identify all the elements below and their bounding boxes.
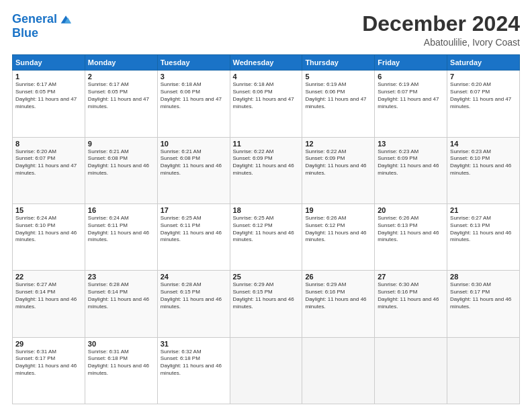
day-info: Sunrise: 6:28 AM Sunset: 6:15 PM Dayligh… <box>161 281 227 310</box>
day-number: 11 <box>233 140 300 148</box>
col-saturday: Saturday <box>447 55 520 71</box>
header: General Blue December 2024 Abatoulilie, … <box>12 12 520 48</box>
day-cell: 10 Sunrise: 6:21 AM Sunset: 6:08 PM Dayl… <box>157 137 230 203</box>
empty-cell <box>302 337 375 404</box>
calendar-table: Sunday Monday Tuesday Wednesday Thursday… <box>12 54 520 404</box>
logo-icon <box>58 12 73 27</box>
day-cell: 12 Sunrise: 6:22 AM Sunset: 6:09 PM Dayl… <box>302 137 375 203</box>
day-info: Sunrise: 6:32 AM Sunset: 6:18 PM Dayligh… <box>161 349 227 377</box>
day-cell: 22 Sunrise: 6:27 AM Sunset: 6:14 PM Dayl… <box>13 271 85 337</box>
day-number: 3 <box>161 73 227 81</box>
day-info: Sunrise: 6:21 AM Sunset: 6:08 PM Dayligh… <box>88 148 154 177</box>
day-cell: 1 Sunrise: 6:17 AMSunset: 6:05 PMDayligh… <box>13 71 85 137</box>
day-cell: 27 Sunrise: 6:30 AM Sunset: 6:16 PM Dayl… <box>375 271 447 337</box>
day-info: Sunrise: 6:31 AM Sunset: 6:18 PM Dayligh… <box>88 349 154 377</box>
day-cell: 3 Sunrise: 6:18 AM Sunset: 6:06 PM Dayli… <box>157 71 230 137</box>
day-cell: 16 Sunrise: 6:24 AM Sunset: 6:11 PM Dayl… <box>85 203 157 270</box>
day-number: 31 <box>161 340 227 348</box>
main-title: December 2024 <box>362 12 520 36</box>
day-info: Sunrise: 6:21 AM Sunset: 6:08 PM Dayligh… <box>161 148 227 177</box>
day-cell: 5 Sunrise: 6:19 AM Sunset: 6:06 PM Dayli… <box>302 71 375 137</box>
day-number: 13 <box>378 140 444 148</box>
day-number: 10 <box>161 140 227 148</box>
day-cell: 6 Sunrise: 6:19 AM Sunset: 6:07 PM Dayli… <box>375 71 447 137</box>
day-number: 4 <box>233 73 300 81</box>
day-number: 7 <box>450 73 517 81</box>
empty-cell <box>447 337 520 404</box>
day-number: 26 <box>305 273 371 281</box>
day-info: Sunrise: 6:24 AM Sunset: 6:11 PM Dayligh… <box>88 215 154 244</box>
day-info: Sunrise: 6:19 AM Sunset: 6:07 PM Dayligh… <box>378 81 444 110</box>
day-cell: 19 Sunrise: 6:26 AM Sunset: 6:12 PM Dayl… <box>302 203 375 270</box>
logo-text: General <box>12 13 57 26</box>
day-cell: 21 Sunrise: 6:27 AM Sunset: 6:13 PM Dayl… <box>447 203 520 270</box>
empty-cell <box>230 337 302 404</box>
logo: General Blue <box>12 12 73 40</box>
calendar-header-row: Sunday Monday Tuesday Wednesday Thursday… <box>13 55 520 71</box>
day-cell: 17 Sunrise: 6:25 AM Sunset: 6:11 PM Dayl… <box>157 203 230 270</box>
day-info: Sunrise: 6:24 AM Sunset: 6:10 PM Dayligh… <box>15 215 82 244</box>
day-number: 22 <box>15 273 82 281</box>
day-number: 27 <box>378 273 444 281</box>
day-number: 9 <box>88 140 154 148</box>
day-cell: 18 Sunrise: 6:25 AM Sunset: 6:12 PM Dayl… <box>230 203 302 270</box>
day-info: Sunrise: 6:18 AM Sunset: 6:06 PM Dayligh… <box>233 81 300 110</box>
col-sunday: Sunday <box>13 55 85 71</box>
day-number: 6 <box>378 73 444 81</box>
calendar-row: 8 Sunrise: 6:20 AM Sunset: 6:07 PM Dayli… <box>13 137 520 203</box>
calendar-row: 29 Sunrise: 6:31 AM Sunset: 6:17 PM Dayl… <box>13 337 520 404</box>
day-cell: 29 Sunrise: 6:31 AM Sunset: 6:17 PM Dayl… <box>13 337 85 404</box>
day-info: Sunrise: 6:31 AM Sunset: 6:17 PM Dayligh… <box>15 349 82 377</box>
day-info: Sunrise: 6:22 AM Sunset: 6:09 PM Dayligh… <box>233 148 300 177</box>
logo-text2: Blue <box>12 27 73 40</box>
day-cell: 25 Sunrise: 6:29 AM Sunset: 6:15 PM Dayl… <box>230 271 302 337</box>
day-number: 20 <box>378 206 444 214</box>
day-number: 28 <box>450 273 517 281</box>
day-info: Sunrise: 6:23 AM Sunset: 6:09 PM Dayligh… <box>378 148 444 177</box>
day-info: Sunrise: 6:20 AM Sunset: 6:07 PM Dayligh… <box>15 148 82 177</box>
day-number: 29 <box>15 340 82 348</box>
calendar-row: 1 Sunrise: 6:17 AMSunset: 6:05 PMDayligh… <box>13 71 520 137</box>
calendar-row: 15 Sunrise: 6:24 AM Sunset: 6:10 PM Dayl… <box>13 203 520 270</box>
day-cell: 30 Sunrise: 6:31 AM Sunset: 6:18 PM Dayl… <box>85 337 157 404</box>
day-number: 19 <box>305 206 371 214</box>
day-cell: 13 Sunrise: 6:23 AM Sunset: 6:09 PM Dayl… <box>375 137 447 203</box>
day-number: 23 <box>88 273 154 281</box>
day-cell: 4 Sunrise: 6:18 AM Sunset: 6:06 PM Dayli… <box>230 71 302 137</box>
day-info: Sunrise: 6:30 AM Sunset: 6:16 PM Dayligh… <box>378 281 444 310</box>
empty-cell <box>375 337 447 404</box>
day-info: Sunrise: 6:30 AM Sunset: 6:17 PM Dayligh… <box>450 281 517 310</box>
day-cell: 28 Sunrise: 6:30 AM Sunset: 6:17 PM Dayl… <box>447 271 520 337</box>
day-number: 18 <box>233 206 300 214</box>
day-number: 8 <box>15 140 82 148</box>
day-number: 5 <box>305 73 371 81</box>
day-number: 15 <box>15 206 82 214</box>
day-number: 24 <box>161 273 227 281</box>
day-number: 2 <box>88 73 154 81</box>
title-block: December 2024 Abatoulilie, Ivory Coast <box>362 12 520 48</box>
day-number: 1 <box>15 73 82 81</box>
day-number: 25 <box>233 273 300 281</box>
day-number: 12 <box>305 140 371 148</box>
day-info: Sunrise: 6:18 AM Sunset: 6:06 PM Dayligh… <box>161 81 227 110</box>
day-info: Sunrise: 6:25 AM Sunset: 6:12 PM Dayligh… <box>233 215 300 244</box>
day-info: Sunrise: 6:25 AM Sunset: 6:11 PM Dayligh… <box>161 215 227 244</box>
col-monday: Monday <box>85 55 157 71</box>
day-cell: 26 Sunrise: 6:29 AM Sunset: 6:16 PM Dayl… <box>302 271 375 337</box>
subtitle: Abatoulilie, Ivory Coast <box>362 37 520 48</box>
day-info: Sunrise: 6:28 AM Sunset: 6:14 PM Dayligh… <box>88 281 154 310</box>
day-cell: 20 Sunrise: 6:26 AM Sunset: 6:13 PM Dayl… <box>375 203 447 270</box>
day-info: Sunrise: 6:20 AM Sunset: 6:07 PM Dayligh… <box>450 81 517 110</box>
day-cell: 24 Sunrise: 6:28 AM Sunset: 6:15 PM Dayl… <box>157 271 230 337</box>
day-info: Sunrise: 6:19 AM Sunset: 6:06 PM Dayligh… <box>305 81 371 110</box>
day-number: 30 <box>88 340 154 348</box>
day-number: 16 <box>88 206 154 214</box>
day-info: Sunrise: 6:26 AM Sunset: 6:12 PM Dayligh… <box>305 215 371 244</box>
day-info: Sunrise: 6:29 AM Sunset: 6:15 PM Dayligh… <box>233 281 300 310</box>
day-cell: 23 Sunrise: 6:28 AM Sunset: 6:14 PM Dayl… <box>85 271 157 337</box>
day-cell: 14 Sunrise: 6:23 AM Sunset: 6:10 PM Dayl… <box>447 137 520 203</box>
day-cell: 2 Sunrise: 6:17 AM Sunset: 6:05 PM Dayli… <box>85 71 157 137</box>
day-number: 21 <box>450 206 517 214</box>
day-cell: 31 Sunrise: 6:32 AM Sunset: 6:18 PM Dayl… <box>157 337 230 404</box>
col-friday: Friday <box>375 55 447 71</box>
